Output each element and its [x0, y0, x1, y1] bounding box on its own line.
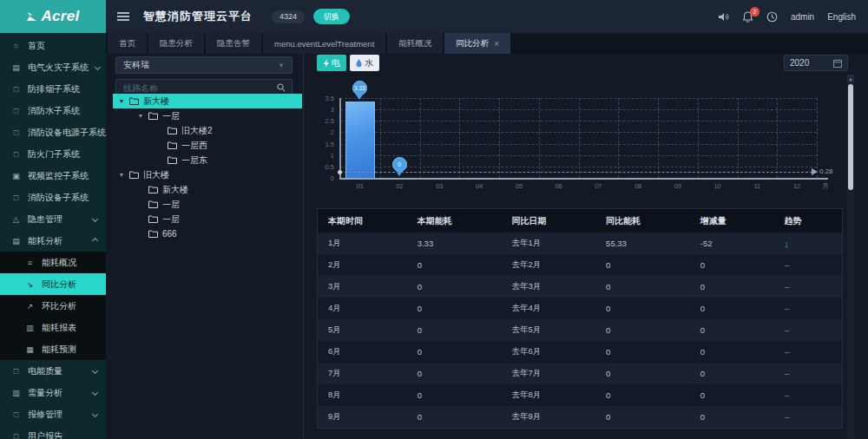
tree-node[interactable]: 新大楼	[113, 182, 302, 197]
comparison-table: 本期时间本期能耗同比日期同比能耗增减量趋势 1月3.33去年1月55.33-52…	[317, 208, 843, 429]
sidebar-item[interactable]: △隐患管理	[0, 208, 106, 230]
tree-node[interactable]: 一层	[113, 212, 302, 226]
tree-node[interactable]: 旧大楼2	[113, 123, 302, 138]
sidebar-item[interactable]: □消防设备子系统	[0, 187, 106, 208]
sidebar-subitem[interactable]: ↗环比分析	[0, 295, 106, 317]
table-row: 7月0去年7月00--	[318, 363, 842, 384]
demand-analysis-icon: ▥	[11, 389, 21, 397]
tab[interactable]: menu.eventLevelTreatment	[263, 33, 385, 54]
tree-caret-icon[interactable]: ▼	[137, 113, 144, 119]
sidebar-subitem-label: 能耗报表	[42, 322, 76, 334]
sidebar-item-label: 视频监控子系统	[28, 170, 89, 182]
tab-bar: 首页隐患分析隐患告警menu.eventLevelTreatment能耗概况同比…	[106, 33, 868, 54]
sidebar-subitem[interactable]: ↘同比分析	[0, 273, 106, 295]
switch-button[interactable]: 切换	[313, 9, 350, 24]
tab-label: 能耗概况	[398, 38, 431, 49]
table-header-cell: 同比能耗	[595, 209, 690, 233]
x-axis-unit: 月	[822, 181, 829, 191]
sidebar-item[interactable]: □用户报告	[0, 425, 106, 439]
water-subsystem-icon: □	[11, 107, 21, 115]
tree-node[interactable]: ▼一层	[113, 108, 302, 123]
sidebar-item[interactable]: ○首页	[0, 35, 106, 56]
sidebar-subitem-label: 能耗预测	[42, 344, 76, 356]
forecast-icon: ▦	[25, 345, 35, 354]
menu-toggle-icon[interactable]	[117, 10, 129, 23]
trend-flat-text: --	[784, 347, 789, 357]
table-cell: 去年3月	[501, 276, 595, 298]
water-toggle-button[interactable]: 水	[350, 55, 379, 71]
table-row: 2月0去年2月00--	[318, 254, 842, 276]
username[interactable]: admin	[791, 12, 814, 22]
tree-node-label: 一层	[162, 199, 180, 211]
tree-node-label: 一层	[162, 213, 180, 226]
folder-icon	[148, 186, 158, 193]
sidebar-item[interactable]: ▤能耗分析	[0, 230, 106, 252]
sidebar-item-label: 电能质量	[28, 365, 62, 377]
tree-caret-icon[interactable]: ▼	[118, 172, 125, 178]
sidebar-item[interactable]: □报修管理	[0, 403, 106, 425]
table-cell: 1月	[318, 233, 407, 254]
tab[interactable]: 隐患告警	[206, 33, 261, 54]
year-picker[interactable]: 2020	[784, 55, 848, 71]
search-input[interactable]	[116, 83, 271, 93]
tab[interactable]: 能耗概况	[387, 33, 443, 54]
device-tree: ▼新大楼▼一层旧大楼2一层西一层东▼旧大楼新大楼一层一层666	[113, 94, 302, 241]
x-axis-tick: 08	[618, 182, 658, 190]
x-axis-tick: 10	[698, 182, 738, 190]
folder-icon	[148, 200, 158, 208]
x-axis-tick: 01	[340, 182, 380, 190]
tree-node[interactable]: 666	[113, 226, 302, 241]
table-cell: 去年4月	[501, 298, 595, 319]
trend-down-icon: ↘	[25, 280, 35, 289]
table-cell: 去年5月	[501, 319, 595, 341]
tree-node[interactable]: 一层西	[113, 138, 302, 153]
tree-caret-icon[interactable]: ▼	[118, 98, 125, 104]
table-cell: 去年2月	[501, 254, 595, 276]
close-icon[interactable]: ×	[494, 39, 499, 49]
time-icon[interactable]	[766, 11, 778, 23]
sidebar-submenu: ≡能耗概况↘同比分析↗环比分析▥能耗报表▦能耗预测	[0, 252, 106, 360]
organization-select[interactable]: 安科瑞 ▼	[115, 56, 293, 74]
tree-node[interactable]: ▼旧大楼	[113, 167, 302, 182]
volume-icon[interactable]	[718, 11, 729, 23]
sidebar-subitem[interactable]: ▦能耗预测	[0, 338, 106, 360]
tab[interactable]: 首页	[108, 33, 147, 54]
gridline	[698, 98, 699, 178]
sidebar-item[interactable]: ▤电气火灾子系统	[0, 56, 106, 78]
table-cell: 0	[690, 384, 774, 406]
folder-icon	[148, 215, 158, 223]
electric-toggle-button[interactable]: 电	[317, 55, 346, 71]
sidebar-item[interactable]: □防火门子系统	[0, 143, 106, 165]
tree-node-label: 一层西	[181, 140, 207, 152]
table-cell: 6月	[318, 341, 407, 363]
bell-icon[interactable]: 2	[742, 11, 753, 23]
table-cell: 0	[407, 254, 502, 276]
x-axis-tick: 11	[738, 182, 778, 190]
sidebar-subitem[interactable]: ≡能耗概况	[0, 252, 106, 273]
sidebar-item[interactable]: □消防设备电源子系统	[0, 121, 106, 143]
table-cell-trend: ↓	[773, 233, 842, 254]
gridline	[817, 98, 818, 178]
scrollbar-thumb[interactable]	[848, 84, 853, 190]
language-switch[interactable]: English	[827, 12, 856, 22]
tab[interactable]: 同比分析×	[444, 33, 510, 54]
trend-down-arrow-icon: ↓	[784, 239, 789, 249]
sidebar-item[interactable]: □消防水子系统	[0, 100, 106, 121]
sidebar: Acrel ○首页▤电气火灾子系统□防排烟子系统□消防水子系统□消防设备电源子系…	[0, 0, 106, 439]
sidebar-item[interactable]: ▣视频监控子系统	[0, 165, 106, 187]
sidebar-item[interactable]: □防排烟子系统	[0, 78, 106, 100]
tree-node[interactable]: 一层	[113, 197, 302, 212]
video-subsystem-icon: ▣	[11, 172, 21, 180]
sidebar-item[interactable]: ▥需量分析	[0, 382, 106, 403]
tree-node[interactable]: 一层东	[113, 153, 302, 167]
y-axis-line	[339, 98, 341, 178]
tab-label: 隐患告警	[217, 38, 250, 49]
scroll-up-icon[interactable]: ▲	[847, 75, 854, 82]
tab[interactable]: 隐患分析	[148, 33, 204, 54]
sidebar-subitem[interactable]: ▥能耗报表	[0, 317, 106, 338]
vertical-scrollbar[interactable]: ▲	[847, 75, 854, 439]
tree-node[interactable]: ▼新大楼	[113, 94, 302, 108]
sidebar-item[interactable]: □电能质量	[0, 360, 106, 382]
table-cell-trend: --	[773, 341, 842, 363]
gridline	[618, 98, 619, 178]
